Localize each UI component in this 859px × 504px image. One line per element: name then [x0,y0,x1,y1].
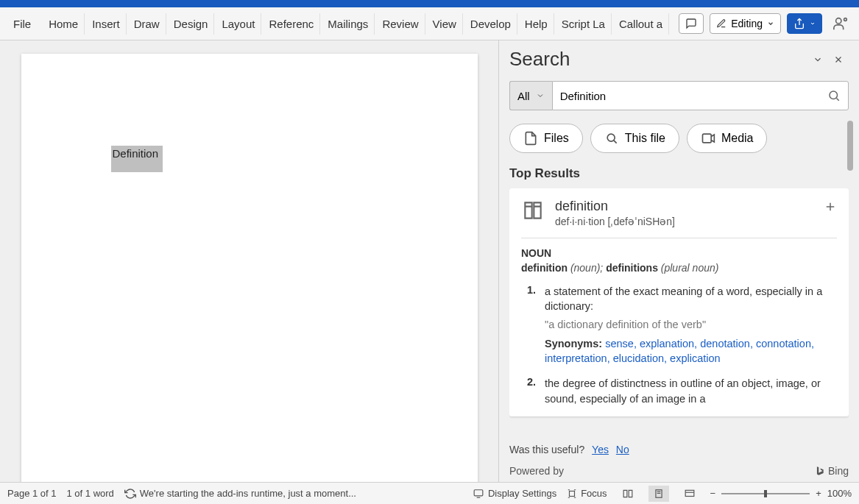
def-text: a statement of the exact meaning of a wo… [545,284,837,314]
svg-point-1 [844,18,847,21]
bing-icon [815,464,825,478]
search-input[interactable] [560,90,827,102]
svg-point-4 [830,91,838,99]
def-text: the degree of distinctness in outline of… [545,376,837,406]
svg-rect-8 [702,134,711,143]
useful-label: Was this useful? [509,444,584,455]
svg-line-7 [614,141,617,143]
tab-review[interactable]: Review [376,13,425,35]
svg-rect-15 [570,491,575,496]
chevron-down-icon [813,54,823,65]
tab-callout[interactable]: Callout a [613,13,669,35]
account-button[interactable] [830,15,852,32]
synonym-link[interactable]: interpretation, [545,352,610,364]
part-of-speech: NOUN [521,247,837,259]
zoom-in-button[interactable]: + [816,488,821,499]
dictionary-icon [521,199,545,222]
document-viewport[interactable]: Definition [0,40,498,482]
zoom-level[interactable]: 100% [827,488,852,499]
title-bar [0,0,859,7]
tab-design[interactable]: Design [168,13,215,35]
editing-mode-button[interactable]: Editing [710,13,781,34]
card-word: definition [555,199,675,214]
synonyms-row: Synonyms: sense, explanation, denotation… [545,336,837,366]
tab-insert[interactable]: Insert [86,13,127,35]
def-number: 1. [521,284,536,366]
file-icon [523,131,538,146]
status-bar: Page 1 of 1 1 of 1 word We're starting t… [0,482,859,504]
share-button[interactable] [787,13,822,34]
search-icon[interactable] [827,89,841,102]
zoom-out-button[interactable]: − [710,488,716,499]
main-area: Definition Search All [0,40,859,482]
word-forms: definition (noun); definitions (plural n… [521,262,837,274]
chevron-down-icon [536,91,545,100]
selected-text-highlight[interactable]: Definition [111,146,163,172]
card-expand-button[interactable] [824,199,837,218]
tab-scriptlab[interactable]: Script La [556,13,612,35]
tab-developer[interactable]: Develop [464,13,517,35]
def-example: "a dictionary definition of the verb" [545,317,837,332]
synonym-link[interactable]: denotation, [700,338,753,349]
tab-mailings[interactable]: Mailings [322,13,375,35]
search-pane: Search All Files [498,40,859,482]
status-message: We're starting the add-ins runtime, just… [124,488,356,500]
useful-no[interactable]: No [616,444,629,455]
useful-yes[interactable]: Yes [592,444,609,455]
ribbon: File Home Insert Draw Design Layout Refe… [0,7,859,40]
svg-point-6 [607,134,615,141]
status-page[interactable]: Page 1 of 1 [7,488,57,499]
media-icon [701,131,715,146]
status-words[interactable]: 1 of 1 word [67,488,114,499]
bing-logo[interactable]: Bing [815,464,849,478]
plus-icon [824,200,837,213]
synonym-link[interactable]: sense, [605,338,637,349]
tab-draw[interactable]: Draw [128,13,166,35]
search-input-wrap[interactable] [552,81,849,110]
definition-card: definition def·i·ni·tion [ˌdefəˈniSHən] … [509,188,849,416]
synonym-link[interactable]: explanation, [640,338,697,349]
search-scope-dropdown[interactable]: All [509,81,552,110]
powered-by-label: Powered by [509,465,564,477]
svg-rect-19 [685,490,694,496]
synonym-link[interactable]: connotation, [756,338,814,349]
chip-files[interactable]: Files [509,124,583,153]
document-page[interactable]: Definition [21,54,478,482]
svg-rect-13 [474,489,483,495]
comments-button[interactable] [679,13,704,34]
chevron-down-icon [767,20,774,27]
top-results-heading: Top Results [509,166,849,181]
def-number: 2. [521,376,536,406]
pane-title: Search [509,48,807,71]
svg-line-5 [836,98,838,100]
chip-thisfile[interactable]: This file [590,124,679,153]
chip-media[interactable]: Media [687,124,768,153]
feedback-row: Was this useful? Yes No [509,444,849,455]
svg-point-0 [836,18,841,24]
pane-close-button[interactable] [828,49,849,70]
read-mode-button[interactable] [618,486,638,502]
print-layout-button[interactable] [648,486,669,502]
tab-home[interactable]: Home [43,13,85,35]
pane-scrollbar[interactable] [847,121,853,171]
editing-label: Editing [731,18,763,29]
tab-layout[interactable]: Layout [216,13,261,35]
chip-label: This file [625,132,665,145]
zoom-slider[interactable] [721,493,810,494]
tab-help[interactable]: Help [519,13,554,35]
synonym-link[interactable]: explication [670,352,721,364]
focus-button[interactable]: Focus [567,488,607,499]
document-text: Definition [113,147,159,160]
chip-label: Files [544,132,569,145]
tab-view[interactable]: View [427,13,463,35]
tab-file[interactable]: File [7,13,41,35]
display-settings-button[interactable]: Display Settings [473,488,556,499]
web-layout-button[interactable] [679,486,700,502]
synonym-link[interactable]: elucidation, [613,352,667,364]
pane-collapse-button[interactable] [807,49,828,70]
tab-references[interactable]: Referenc [263,13,320,35]
search-file-icon [604,131,619,146]
synonyms-label: Synonyms: [545,338,605,349]
focus-icon [567,489,577,499]
refresh-icon [124,488,136,500]
